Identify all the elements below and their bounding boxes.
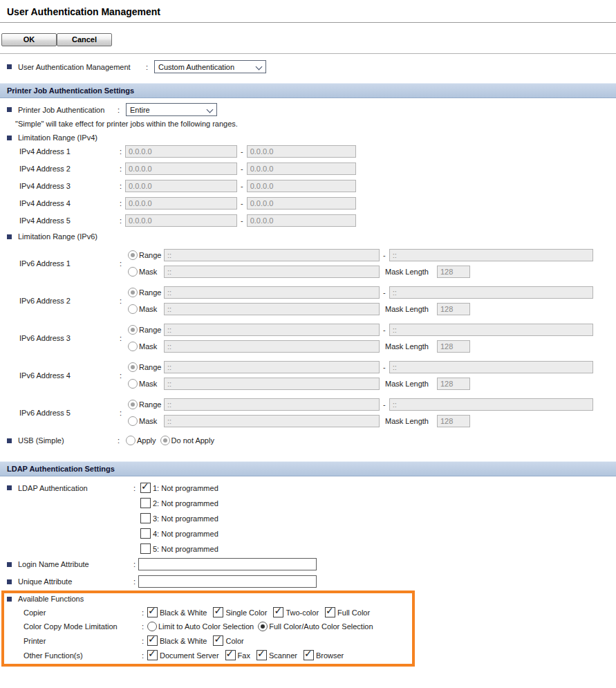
ipv6-address-block: IPv6 Address 5 : Range - Mask Mask Lengt… (0, 398, 616, 427)
ipv6-range-from-input[interactable] (164, 324, 380, 336)
bullet-marker (7, 136, 12, 140)
printer-row: Printer : Black & White Color (4, 635, 412, 646)
usb-simple-row: USB (Simple) : Apply Do not Apply (0, 436, 616, 445)
ipv4-to-input[interactable] (247, 197, 356, 210)
browser-checkbox[interactable] (304, 650, 314, 660)
range-radio-label: Range (139, 363, 161, 371)
range-radio-label: Range (139, 288, 161, 297)
cancel-button[interactable]: Cancel (57, 33, 112, 46)
ipv6-mask-input[interactable] (164, 266, 380, 278)
document-server-checkbox[interactable] (147, 650, 158, 660)
ldap-server-checkbox[interactable] (140, 498, 151, 508)
ipv4-to-input[interactable] (247, 145, 356, 158)
ipv6-range-from-input[interactable] (164, 361, 380, 373)
unique-attribute-input[interactable] (138, 575, 317, 588)
range-radio-label: Range (139, 400, 161, 409)
ipv6-range-to-input[interactable] (389, 249, 593, 261)
ipv6-range-to-input[interactable] (389, 286, 593, 299)
do-not-apply-radio[interactable] (160, 436, 170, 445)
range-radio-label: Range (139, 251, 161, 259)
mask-length-input[interactable] (437, 415, 470, 427)
copier-full-color-checkbox[interactable] (325, 607, 335, 617)
ipv6-range-to-input[interactable] (389, 324, 593, 336)
color-copy-mode-limitation-label: Color Copy Mode Limitation (24, 622, 140, 631)
range-radio[interactable] (128, 250, 138, 260)
range-radio[interactable] (128, 325, 138, 335)
printer-job-auth-select[interactable]: Entire (126, 103, 217, 116)
ipv6-address-label: IPv6 Address 4 (19, 371, 118, 380)
mask-radio-label: Mask (139, 342, 157, 351)
available-functions-row: Available Functions (4, 595, 412, 603)
ldap-server-checkbox[interactable] (140, 513, 151, 523)
mask-radio[interactable] (128, 304, 138, 314)
full-color-auto-radio[interactable] (258, 622, 268, 631)
range-radio-label: Range (139, 326, 161, 334)
available-functions-label: Available Functions (18, 595, 84, 603)
mask-radio[interactable] (128, 379, 138, 389)
simple-note: "Simple" will take effect for printer jo… (0, 120, 616, 128)
range-radio[interactable] (128, 400, 138, 409)
ldap-server-label: 4: Not programmed (153, 530, 218, 538)
scanner-checkbox[interactable] (256, 650, 267, 660)
ipv4-from-input[interactable] (125, 162, 237, 175)
login-name-attribute-input[interactable] (138, 558, 317, 570)
ipv6-mask-input[interactable] (164, 303, 380, 315)
ldap-server-row: 3: Not programmed (0, 513, 616, 523)
mask-length-label: Mask Length (385, 305, 429, 313)
chevron-down-icon (207, 106, 214, 113)
ipv4-address-row: IPv4 Address 3 : - (0, 180, 616, 192)
user-auth-management-select[interactable]: Custom Authentication (154, 60, 266, 73)
usb-simple-label: USB (Simple) (18, 436, 115, 445)
mask-radio[interactable] (128, 342, 138, 351)
ldap-server-checkbox[interactable] (140, 528, 151, 539)
apply-radio[interactable] (126, 436, 136, 445)
copier-single-color-checkbox[interactable] (213, 607, 223, 617)
apply-radio-label: Apply (137, 436, 156, 445)
ipv6-range-to-input[interactable] (389, 398, 593, 411)
copier-two-color-checkbox[interactable] (273, 607, 283, 617)
mask-length-input[interactable] (437, 266, 470, 278)
ipv6-mask-input[interactable] (164, 340, 380, 353)
ldap-server-checkbox[interactable] (140, 543, 151, 554)
range-radio[interactable] (128, 288, 138, 297)
bullet-marker (7, 562, 12, 567)
ok-button[interactable]: OK (1, 33, 57, 46)
ipv4-to-input[interactable] (247, 214, 356, 227)
mask-radio[interactable] (128, 416, 138, 426)
range-radio[interactable] (128, 362, 138, 372)
ipv6-range-to-input[interactable] (389, 361, 593, 373)
color-copy-mode-limitation-row: Color Copy Mode Limitation : Limit to Au… (4, 622, 412, 631)
ipv4-from-input[interactable] (125, 145, 237, 158)
ldap-server-checkbox[interactable] (140, 483, 151, 493)
ldap-server-row: 2: Not programmed (0, 498, 616, 508)
ipv4-to-input[interactable] (247, 162, 356, 175)
bullet-marker (7, 485, 12, 490)
chevron-down-icon (256, 64, 263, 71)
ipv6-range-from-input[interactable] (164, 249, 380, 261)
printer-color-checkbox[interactable] (213, 635, 223, 646)
ipv4-from-input[interactable] (125, 214, 237, 227)
fax-checkbox[interactable] (225, 650, 236, 660)
ipv4-from-input[interactable] (125, 197, 237, 210)
mask-length-input[interactable] (437, 303, 470, 315)
printer-job-auth-settings-header: Printer Job Authentication Settings (0, 83, 616, 98)
ipv6-mask-input[interactable] (164, 415, 380, 427)
ldap-auth-row: LDAP Authentication : 1: Not programmed (0, 483, 616, 493)
mask-radio[interactable] (128, 267, 138, 277)
user-auth-management-row: User Authentication Management : Custom … (0, 60, 616, 73)
printer-bw-checkbox[interactable] (147, 635, 158, 646)
copier-bw-checkbox[interactable] (147, 607, 158, 617)
ipv4-from-input[interactable] (125, 180, 237, 192)
limitation-range-ipv6-row: Limitation Range (IPv6) (0, 232, 616, 241)
limitation-range-ipv4-label: Limitation Range (IPv4) (18, 133, 97, 142)
mask-length-input[interactable] (437, 378, 470, 390)
printer-job-auth-row: Printer Job Authentication : Entire (0, 103, 616, 116)
ipv6-address-label: IPv6 Address 2 (19, 297, 118, 305)
ipv6-range-from-input[interactable] (164, 398, 380, 411)
limit-auto-color-radio[interactable] (147, 622, 157, 631)
ldap-server-label: 3: Not programmed (153, 514, 218, 523)
ipv6-mask-input[interactable] (164, 378, 380, 390)
ipv4-to-input[interactable] (247, 180, 356, 192)
mask-length-input[interactable] (437, 340, 470, 353)
ipv6-range-from-input[interactable] (164, 286, 380, 299)
